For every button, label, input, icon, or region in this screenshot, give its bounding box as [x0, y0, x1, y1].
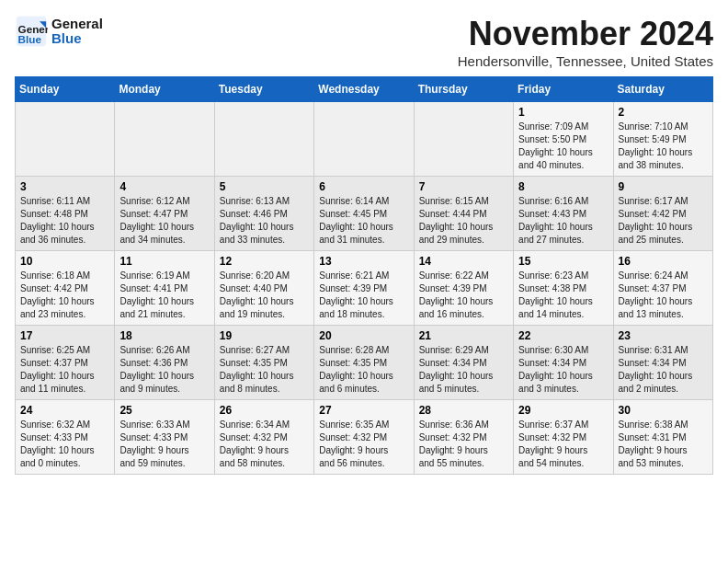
calendar-cell — [16, 102, 115, 177]
logo-line2: Blue — [51, 31, 103, 47]
calendar-week-1: 1Sunrise: 7:09 AM Sunset: 5:50 PM Daylig… — [16, 102, 713, 177]
calendar-cell: 3Sunrise: 6:11 AM Sunset: 4:48 PM Daylig… — [16, 177, 115, 251]
day-number: 27 — [319, 404, 408, 417]
day-number: 19 — [220, 329, 309, 342]
calendar-cell: 17Sunrise: 6:25 AM Sunset: 4:37 PM Dayli… — [16, 326, 115, 400]
day-number: 23 — [619, 329, 708, 342]
day-number: 1 — [518, 106, 608, 119]
svg-text:Blue: Blue — [18, 33, 42, 45]
day-header-tuesday: Tuesday — [214, 77, 313, 102]
day-info: Sunrise: 6:25 AM Sunset: 4:37 PM Dayligh… — [20, 344, 109, 396]
day-info: Sunrise: 6:16 AM Sunset: 4:43 PM Dayligh… — [518, 195, 608, 247]
day-number: 5 — [220, 180, 309, 193]
calendar-cell: 21Sunrise: 6:29 AM Sunset: 4:34 PM Dayli… — [414, 326, 513, 400]
day-info: Sunrise: 6:31 AM Sunset: 4:34 PM Dayligh… — [619, 344, 708, 396]
calendar-cell: 6Sunrise: 6:14 AM Sunset: 4:45 PM Daylig… — [314, 177, 414, 251]
calendar-cell: 27Sunrise: 6:35 AM Sunset: 4:32 PM Dayli… — [314, 400, 414, 475]
location: Hendersonville, Tennessee, United States — [458, 53, 713, 69]
day-number: 26 — [220, 404, 309, 417]
day-info: Sunrise: 6:21 AM Sunset: 4:39 PM Dayligh… — [319, 270, 408, 321]
day-number: 7 — [419, 180, 508, 193]
calendar-week-4: 17Sunrise: 6:25 AM Sunset: 4:37 PM Dayli… — [16, 326, 713, 400]
day-header-friday: Friday — [514, 77, 613, 102]
calendar-cell: 25Sunrise: 6:33 AM Sunset: 4:33 PM Dayli… — [115, 400, 214, 475]
calendar-cell: 23Sunrise: 6:31 AM Sunset: 4:34 PM Dayli… — [613, 326, 712, 400]
day-info: Sunrise: 6:23 AM Sunset: 4:38 PM Dayligh… — [518, 270, 608, 321]
calendar-cell — [414, 102, 513, 177]
calendar-cell: 18Sunrise: 6:26 AM Sunset: 4:36 PM Dayli… — [115, 326, 214, 400]
day-number: 15 — [518, 255, 608, 268]
day-header-wednesday: Wednesday — [314, 77, 414, 102]
logo-icon: General Blue — [15, 15, 48, 48]
calendar-cell: 2Sunrise: 7:10 AM Sunset: 5:49 PM Daylig… — [613, 102, 712, 177]
day-number: 18 — [119, 329, 209, 342]
day-info: Sunrise: 6:17 AM Sunset: 4:42 PM Dayligh… — [619, 195, 708, 247]
day-info: Sunrise: 6:30 AM Sunset: 4:34 PM Dayligh… — [518, 344, 608, 396]
day-info: Sunrise: 6:36 AM Sunset: 4:32 PM Dayligh… — [419, 419, 508, 470]
day-info: Sunrise: 6:15 AM Sunset: 4:44 PM Dayligh… — [419, 195, 508, 247]
day-number: 17 — [20, 329, 109, 342]
day-header-thursday: Thursday — [414, 77, 513, 102]
calendar-cell: 26Sunrise: 6:34 AM Sunset: 4:32 PM Dayli… — [214, 400, 313, 475]
day-number: 30 — [619, 404, 708, 417]
day-header-monday: Monday — [115, 77, 214, 102]
day-number: 12 — [220, 255, 309, 268]
day-number: 14 — [419, 255, 508, 268]
day-info: Sunrise: 6:19 AM Sunset: 4:41 PM Dayligh… — [119, 270, 209, 321]
day-info: Sunrise: 6:37 AM Sunset: 4:32 PM Dayligh… — [518, 419, 608, 470]
day-info: Sunrise: 6:32 AM Sunset: 4:33 PM Dayligh… — [20, 419, 109, 470]
day-info: Sunrise: 7:09 AM Sunset: 5:50 PM Dayligh… — [518, 121, 608, 172]
calendar-cell: 7Sunrise: 6:15 AM Sunset: 4:44 PM Daylig… — [414, 177, 513, 251]
calendar-cell: 10Sunrise: 6:18 AM Sunset: 4:42 PM Dayli… — [16, 251, 115, 326]
day-info: Sunrise: 6:35 AM Sunset: 4:32 PM Dayligh… — [319, 419, 408, 470]
day-info: Sunrise: 6:22 AM Sunset: 4:39 PM Dayligh… — [419, 270, 508, 321]
day-number: 29 — [518, 404, 608, 417]
calendar-cell: 9Sunrise: 6:17 AM Sunset: 4:42 PM Daylig… — [613, 177, 712, 251]
calendar-cell: 29Sunrise: 6:37 AM Sunset: 4:32 PM Dayli… — [514, 400, 613, 475]
day-number: 9 — [619, 180, 708, 193]
calendar-cell: 5Sunrise: 6:13 AM Sunset: 4:46 PM Daylig… — [214, 177, 313, 251]
calendar-cell: 19Sunrise: 6:27 AM Sunset: 4:35 PM Dayli… — [214, 326, 313, 400]
calendar-cell: 24Sunrise: 6:32 AM Sunset: 4:33 PM Dayli… — [16, 400, 115, 475]
calendar-header: SundayMondayTuesdayWednesdayThursdayFrid… — [16, 77, 713, 102]
calendar-week-2: 3Sunrise: 6:11 AM Sunset: 4:48 PM Daylig… — [16, 177, 713, 251]
day-number: 25 — [119, 404, 209, 417]
day-info: Sunrise: 6:11 AM Sunset: 4:48 PM Dayligh… — [20, 195, 109, 247]
day-info: Sunrise: 7:10 AM Sunset: 5:49 PM Dayligh… — [619, 121, 708, 172]
day-header-sunday: Sunday — [16, 77, 115, 102]
logo: General Blue General Blue — [15, 15, 103, 48]
day-number: 10 — [20, 255, 109, 268]
day-number: 4 — [119, 180, 209, 193]
day-number: 6 — [319, 180, 408, 193]
day-number: 24 — [20, 404, 109, 417]
day-info: Sunrise: 6:38 AM Sunset: 4:31 PM Dayligh… — [619, 419, 708, 470]
calendar-cell: 11Sunrise: 6:19 AM Sunset: 4:41 PM Dayli… — [115, 251, 214, 326]
month-title: November 2024 — [458, 15, 713, 53]
day-number: 16 — [619, 255, 708, 268]
day-info: Sunrise: 6:26 AM Sunset: 4:36 PM Dayligh… — [119, 344, 209, 396]
calendar-cell: 15Sunrise: 6:23 AM Sunset: 4:38 PM Dayli… — [514, 251, 613, 326]
calendar-cell: 1Sunrise: 7:09 AM Sunset: 5:50 PM Daylig… — [514, 102, 613, 177]
day-number: 11 — [119, 255, 209, 268]
day-info: Sunrise: 6:14 AM Sunset: 4:45 PM Dayligh… — [319, 195, 408, 247]
day-info: Sunrise: 6:28 AM Sunset: 4:35 PM Dayligh… — [319, 344, 408, 396]
header: General Blue General Blue November 2024 … — [15, 15, 713, 69]
day-info: Sunrise: 6:34 AM Sunset: 4:32 PM Dayligh… — [220, 419, 309, 470]
calendar-cell: 8Sunrise: 6:16 AM Sunset: 4:43 PM Daylig… — [514, 177, 613, 251]
logo-line1: General — [51, 17, 103, 32]
calendar-week-5: 24Sunrise: 6:32 AM Sunset: 4:33 PM Dayli… — [16, 400, 713, 475]
calendar-cell: 4Sunrise: 6:12 AM Sunset: 4:47 PM Daylig… — [115, 177, 214, 251]
day-number: 28 — [419, 404, 508, 417]
calendar-cell: 22Sunrise: 6:30 AM Sunset: 4:34 PM Dayli… — [514, 326, 613, 400]
title-area: November 2024 Hendersonville, Tennessee,… — [458, 15, 713, 69]
day-number: 20 — [319, 329, 408, 342]
day-number: 8 — [518, 180, 608, 193]
day-info: Sunrise: 6:24 AM Sunset: 4:37 PM Dayligh… — [619, 270, 708, 321]
calendar-cell: 14Sunrise: 6:22 AM Sunset: 4:39 PM Dayli… — [414, 251, 513, 326]
day-info: Sunrise: 6:33 AM Sunset: 4:33 PM Dayligh… — [119, 419, 209, 470]
day-number: 2 — [619, 106, 708, 119]
calendar-cell: 16Sunrise: 6:24 AM Sunset: 4:37 PM Dayli… — [613, 251, 712, 326]
day-number: 3 — [20, 180, 109, 193]
calendar-cell — [214, 102, 313, 177]
calendar-week-3: 10Sunrise: 6:18 AM Sunset: 4:42 PM Dayli… — [16, 251, 713, 326]
